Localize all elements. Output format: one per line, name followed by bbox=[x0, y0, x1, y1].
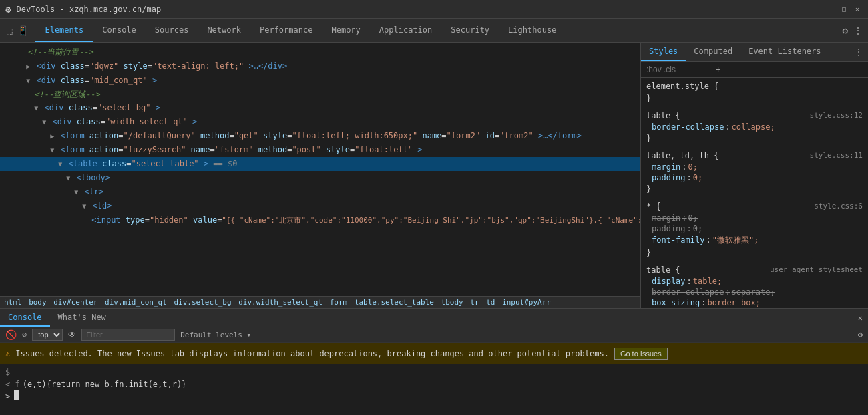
style-val: 0; bbox=[688, 162, 698, 172]
breadcrumb-item[interactable]: div.mid_con_qt bbox=[105, 298, 167, 307]
breadcrumb-item[interactable]: div#center bbox=[53, 298, 97, 307]
breadcrumb-item[interactable]: body bbox=[29, 298, 47, 307]
tag-open: <div bbox=[45, 103, 64, 112]
tab-elements[interactable]: Elements bbox=[35, 19, 93, 42]
tag-open: <input bbox=[91, 215, 120, 225]
style-source[interactable]: style.css:6 bbox=[814, 202, 863, 211]
tag-close: >…</div> bbox=[248, 61, 287, 71]
add-style-icon[interactable]: + bbox=[716, 65, 720, 74]
breadcrumb-item[interactable]: form bbox=[330, 298, 348, 307]
more-icon[interactable]: ⋮ bbox=[853, 25, 863, 36]
attr-name: class bbox=[77, 117, 101, 126]
style-val: collapse; bbox=[732, 122, 775, 132]
style-prop-line: padding : 0; bbox=[641, 172, 868, 183]
attr-name: method bbox=[258, 145, 287, 154]
style-source[interactable]: style.css:12 bbox=[810, 111, 863, 120]
tab-event-listeners[interactable]: Event Listeners bbox=[740, 43, 829, 61]
attr-value: "[{ "cName":"北京市","code":"110000","py":"… bbox=[222, 216, 640, 225]
tag-close: > bbox=[417, 145, 422, 154]
breadcrumb-item[interactable]: td bbox=[486, 298, 495, 307]
style-block-table1: table { style.css:12 border-collapse : c… bbox=[641, 110, 868, 144]
attr-name: method bbox=[200, 131, 229, 140]
styles-filter-input[interactable] bbox=[646, 65, 713, 74]
style-prop-strikethrough: padding bbox=[652, 224, 686, 233]
toggle-icon[interactable]: ▼ bbox=[74, 188, 78, 196]
tab-memory[interactable]: Memory bbox=[322, 19, 369, 42]
selector-text: table { bbox=[646, 265, 680, 275]
tab-computed[interactable]: Computed bbox=[686, 43, 740, 61]
toggle-icon[interactable]: ▼ bbox=[82, 202, 86, 210]
style-val-strikethrough: 0; bbox=[693, 224, 702, 233]
style-source[interactable]: style.css:11 bbox=[810, 151, 863, 160]
selector-text: element.style { bbox=[646, 82, 718, 91]
toggle-icon[interactable]: ▼ bbox=[34, 104, 38, 112]
style-close: } bbox=[641, 247, 868, 259]
breadcrumb-item[interactable]: tbody bbox=[441, 298, 463, 307]
attr-value: "float:left" bbox=[355, 145, 413, 154]
tree-line: ▼ <div class="mid_con_qt" > bbox=[0, 74, 640, 88]
html-tree: <!--当前位置--> ▶ <div class="dqwz" style="t… bbox=[0, 43, 640, 296]
toggle-icon[interactable]: ▼ bbox=[66, 174, 70, 182]
toolbar-right: ⚙ ⋮ bbox=[837, 25, 868, 36]
style-prop-line: font-family : "微软雅黑"; bbox=[641, 234, 868, 247]
style-block-element: element.style { } bbox=[641, 80, 868, 104]
style-close: } bbox=[641, 132, 868, 144]
tag-close: > bbox=[152, 76, 157, 85]
toggle-icon[interactable]: ▼ bbox=[50, 146, 54, 154]
attr-name: name bbox=[422, 131, 441, 140]
tree-line-selected[interactable]: ▼ <table class="select_table" > == $0 bbox=[0, 157, 640, 171]
breadcrumb-item[interactable]: div.select_bg bbox=[174, 298, 231, 307]
attr-name: style bbox=[124, 61, 148, 71]
style-prop-line: padding : 0; bbox=[641, 223, 868, 234]
titlebar: ⚙ DevTools - xzqh.mca.gov.cn/map ─ □ ✕ bbox=[0, 0, 868, 19]
breadcrumb-item[interactable]: tr bbox=[470, 298, 479, 307]
device-icon[interactable]: 📱 bbox=[16, 24, 30, 37]
breadcrumb-item[interactable]: table.select_table bbox=[355, 298, 434, 307]
styles-tabs: Styles Computed Event Listeners ⋮ bbox=[641, 43, 868, 62]
style-prop: margin bbox=[652, 162, 680, 172]
maximize-button[interactable]: □ bbox=[839, 4, 849, 15]
titlebar-title: DevTools - xzqh.mca.gov.cn/map bbox=[16, 5, 820, 14]
window-controls: ─ □ ✕ bbox=[825, 4, 863, 15]
toggle-icon[interactable]: ▼ bbox=[26, 77, 30, 84]
attr-value: "hidden" bbox=[150, 215, 188, 225]
tab-security[interactable]: Security bbox=[441, 19, 499, 42]
styles-more-icon[interactable]: ⋮ bbox=[855, 47, 863, 57]
tree-line: ▶ <div class="dqwz" style="text-align: l… bbox=[0, 59, 640, 74]
tab-network[interactable]: Network bbox=[198, 19, 250, 42]
style-prop-strikethrough: margin bbox=[652, 213, 680, 223]
attr-value: "form2" bbox=[447, 131, 481, 140]
tab-application[interactable]: Application bbox=[370, 19, 441, 42]
close-button[interactable]: ✕ bbox=[852, 4, 863, 15]
tab-sources[interactable]: Sources bbox=[146, 19, 198, 42]
tab-console[interactable]: Console bbox=[93, 19, 146, 42]
settings-icon[interactable]: ⚙ bbox=[843, 25, 848, 36]
tab-styles[interactable]: Styles bbox=[641, 43, 686, 61]
attr-name: class bbox=[61, 61, 85, 71]
breadcrumb-item[interactable]: html bbox=[4, 298, 22, 307]
toggle-icon[interactable]: ▶ bbox=[26, 63, 30, 70]
styles-panel: Styles Computed Event Listeners ⋮ + elem… bbox=[641, 43, 868, 308]
minimize-button[interactable]: ─ bbox=[825, 4, 836, 15]
attr-name: action bbox=[89, 131, 118, 140]
inspect-icon[interactable]: ⬚ bbox=[5, 24, 13, 37]
style-selector: table, td, th { style.css:11 bbox=[641, 150, 868, 162]
toggle-icon[interactable]: ▼ bbox=[58, 160, 62, 168]
toggle-icon[interactable]: ▶ bbox=[50, 132, 54, 140]
tag-open: <div bbox=[37, 61, 56, 71]
tag-open: <div bbox=[37, 76, 56, 85]
style-val: table; bbox=[693, 277, 722, 286]
tag-open: <tr> bbox=[85, 187, 104, 196]
style-prop: font-family bbox=[652, 235, 704, 245]
breadcrumb-item[interactable]: input#pyArr bbox=[502, 298, 551, 307]
attr-value: "post" bbox=[292, 145, 320, 154]
style-selector: table { user agent stylesheet bbox=[641, 264, 868, 276]
tree-line: ▼ <tr> bbox=[0, 185, 640, 199]
tab-performance[interactable]: Performance bbox=[250, 19, 322, 42]
tab-lighthouse[interactable]: Lighthouse bbox=[499, 19, 566, 42]
attr-name: type bbox=[126, 215, 145, 225]
style-prop-line: border-collapse : separate; bbox=[641, 287, 868, 297]
breadcrumb-item[interactable]: div.width_select_qt bbox=[238, 298, 322, 307]
toggle-icon[interactable]: ▼ bbox=[42, 118, 46, 126]
style-prop: border-collapse bbox=[652, 122, 724, 132]
